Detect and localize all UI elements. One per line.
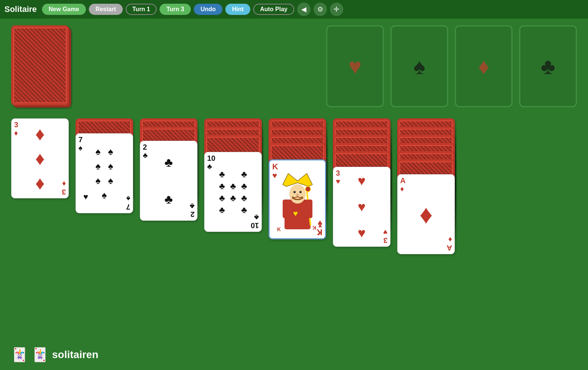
tableau-col-5: K♥ K♥ [269,118,326,304]
stock-card-back-1 [11,25,69,105]
top-row: ♥ ♠ ♦ ♣ [11,25,577,107]
card-pips: ♥ ♥ ♥ [333,167,390,246]
footer: 🃏 🃏 solitairen [11,347,98,363]
card-2-clubs[interactable]: 2♣ 2♣ ♣ ♣ [140,141,197,221]
foundation-diamonds[interactable]: ♦ [455,25,513,107]
turn1-button[interactable]: Turn 1 [126,4,157,15]
turn3-button[interactable]: Turn 3 [160,4,191,15]
svg-text:K: K [277,226,281,232]
header: Solitaire New Game Restart Turn 1 Turn 3… [0,0,588,19]
card-pips: ♣♣ ♣♣♣ ♣♣♣ ♣♣ [205,152,261,232]
foundation-hearts[interactable]: ♥ [326,25,384,107]
card-king-hearts[interactable]: K♥ K♥ [269,159,326,239]
hint-button[interactable]: Hint [225,4,250,15]
tableau-col-3: 2♣ 2♣ ♣ ♣ [140,118,197,267]
restart-button[interactable]: Restart [89,4,123,15]
card-ace-diamonds[interactable]: A♦ A♦ ♦ [397,174,455,254]
svg-text:♥: ♥ [293,209,298,218]
tableau-col-6: 3♥ 3♥ ♥ ♥ ♥ [333,118,391,327]
game-table: ♥ ♠ ♦ ♣ 3♦ 3♦ ♦ ♦ ♦ [0,19,588,357]
svg-point-4 [299,191,302,193]
card-3-diamonds[interactable]: 3♦ 3♦ ♦ ♦ ♦ [11,118,69,198]
tableau-col-7: A♦ A♦ ♦ [397,118,455,349]
move-icon: ✛ [334,5,339,13]
settings-button[interactable]: ⚙ [314,3,327,16]
tableau-col-4: 10♣ 10♣ ♣♣ ♣♣♣ ♣♣♣ ♣♣ [204,118,262,275]
svg-point-7 [305,186,311,192]
autoplay-button[interactable]: Auto Play [253,4,294,15]
card-7-spades[interactable]: 7♠ 7♠ ♠♠ ♠♠ ♠♠ ♠ ♥ [75,133,133,213]
brand-name: solitairen [52,349,98,361]
new-game-button[interactable]: New Game [42,4,86,15]
extra-suit: ♥ [83,192,88,202]
svg-rect-8 [283,200,288,218]
tableau-col-2: 7♠ 7♠ ♠♠ ♠♠ ♠♠ ♠ ♥ [75,118,133,267]
svg-point-5 [296,194,299,196]
card-10-clubs[interactable]: 10♣ 10♣ ♣♣ ♣♣♣ ♣♣♣ ♣♣ [204,152,262,232]
svg-text:K: K [312,225,316,231]
move-button[interactable]: ✛ [330,3,343,16]
card-pips: ♦ ♦ ♦ [12,119,68,198]
footer-icon-2: 🃏 [32,347,48,363]
app-logo: Solitaire [4,4,37,14]
card-pips: ♦ [398,175,454,254]
undo-button[interactable]: Undo [194,4,222,15]
foundations: ♥ ♠ ♦ ♣ [326,25,577,107]
tableau-col-1: 3♦ 3♦ ♦ ♦ ♦ [11,118,69,267]
stock-pile[interactable] [11,25,71,107]
footer-icon-1: 🃏 [11,347,28,363]
foundation-clubs[interactable]: ♣ [519,25,577,107]
card-pips: ♣ ♣ [140,141,197,220]
volume-button[interactable]: ◀ [297,3,311,16]
card-suit-bottom: K♥ [318,223,322,236]
settings-icon: ⚙ [317,5,323,13]
svg-point-3 [293,191,296,193]
tableau: 3♦ 3♦ ♦ ♦ ♦ 7♠ 7♠ ♠♠ [11,118,577,349]
svg-rect-9 [307,200,312,218]
foundation-spades[interactable]: ♠ [391,25,448,107]
volume-icon: ◀ [301,5,306,13]
card-3-hearts[interactable]: 3♥ 3♥ ♥ ♥ ♥ [333,167,391,247]
king-illustration: ♥ K K [270,160,325,238]
